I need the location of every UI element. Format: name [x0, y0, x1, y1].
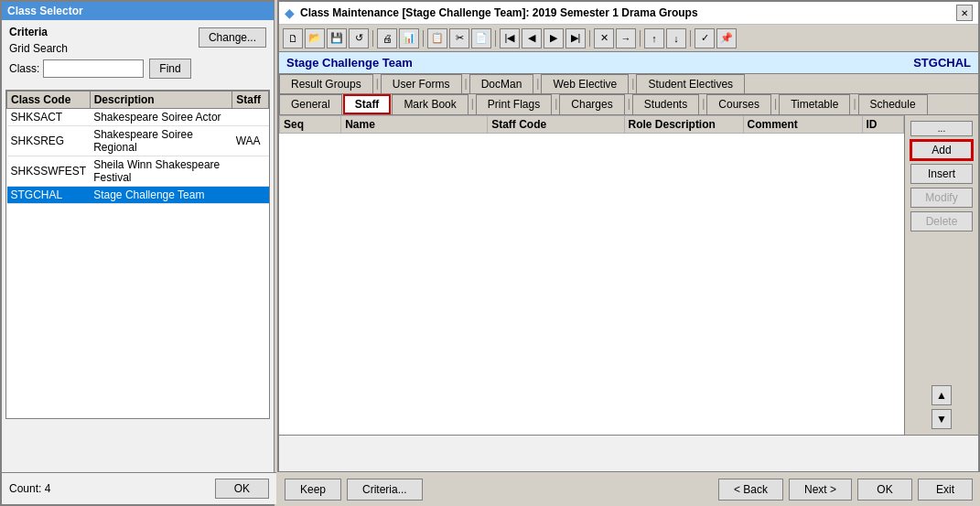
toolbar-transfer[interactable]: →: [616, 28, 636, 48]
keep-button[interactable]: Keep: [285, 479, 341, 501]
toolbar: 🗋 📂 💾 ↺ 🖨 📊 📋 ✂ 📄 |◀ ◀ ▶ ▶| ✕ → ↑ ↓ ✓ 📌: [279, 25, 978, 52]
toolbar-save[interactable]: 💾: [327, 28, 347, 48]
toolbar-prev[interactable]: ◀: [522, 28, 542, 48]
toolbar-sep-2: [423, 30, 424, 47]
tab-result-groups[interactable]: Result Groups: [279, 74, 373, 93]
class-maintenance-panel: ◆ Class Maintenance [Stage Challenge Tea…: [277, 0, 980, 506]
ellipsis-button[interactable]: ...: [910, 121, 973, 136]
toolbar-download[interactable]: ↓: [666, 28, 686, 48]
tab-docman[interactable]: DocMan: [469, 74, 534, 93]
class-selector-panel: Class Selector Criteria Grid Search Clas…: [0, 0, 275, 506]
cell-code: SHKSSWFEST: [7, 156, 91, 187]
tab-sep-3: |: [534, 74, 541, 93]
panel-title-text: Class Selector: [7, 5, 83, 17]
criteria-button[interactable]: Criteria...: [347, 479, 423, 501]
move-up-button[interactable]: ▲: [932, 385, 952, 405]
col-name: Name: [341, 116, 488, 134]
insert-button[interactable]: Insert: [910, 164, 973, 184]
ok-button[interactable]: OK: [857, 479, 912, 501]
tab-charges[interactable]: Charges: [559, 94, 624, 114]
toolbar-delete[interactable]: ✕: [594, 28, 614, 48]
toolbar-print[interactable]: 🖨: [377, 28, 397, 48]
tab-general[interactable]: General: [279, 94, 342, 114]
tab-mark-book[interactable]: Mark Book: [392, 94, 468, 114]
class-input[interactable]: [43, 59, 144, 78]
tab-schedule[interactable]: Schedule: [858, 94, 928, 114]
cell-staff: [232, 156, 269, 187]
cell-desc: Sheila Winn Shakespeare Festival: [90, 156, 232, 187]
col-id: ID: [862, 116, 903, 134]
toolbar-pin[interactable]: 📌: [716, 28, 737, 48]
toolbar-first[interactable]: |◀: [500, 28, 520, 48]
grid-search-label: Grid Search: [9, 42, 68, 55]
toolbar-cut[interactable]: ✂: [449, 28, 469, 48]
col-seq: Seq: [280, 116, 341, 134]
toolbar-check[interactable]: ✓: [695, 28, 715, 48]
staff-table: Seq Name Staff Code Role Description Com…: [279, 115, 904, 134]
tab-print-flags[interactable]: Print Flags: [476, 94, 552, 114]
toolbar-sep-1: [372, 30, 373, 47]
cell-staff: WAA: [232, 126, 269, 156]
toolbar-sep-3: [495, 30, 496, 47]
tab-courses[interactable]: Courses: [706, 94, 771, 114]
back-button[interactable]: < Back: [718, 479, 783, 501]
class-table-row[interactable]: SHKSREG Shakespeare Soiree Regional WAA: [7, 126, 269, 156]
cell-code: SHKSREG: [7, 126, 91, 156]
tab-sep-10: |: [851, 94, 857, 114]
record-name: Stage Challenge Team: [286, 56, 413, 70]
toolbar-next-rec[interactable]: ▶: [544, 28, 564, 48]
tab-timetable[interactable]: Timetable: [779, 94, 850, 114]
find-button[interactable]: Find: [149, 59, 190, 79]
move-down-button[interactable]: ▼: [932, 409, 952, 429]
tab-staff[interactable]: Staff: [343, 94, 392, 114]
class-table-row[interactable]: SHKSSWFEST Sheila Winn Shakespeare Festi…: [7, 156, 269, 187]
left-bottom-panel: Count: 4 OK: [2, 472, 276, 504]
tab-sep-9: |: [772, 94, 779, 114]
toolbar-copy-all[interactable]: 📋: [427, 28, 447, 48]
toolbar-last[interactable]: ▶|: [565, 28, 586, 48]
class-table-container: Class Code Description Staff SHKSACT Sha…: [5, 90, 270, 419]
toolbar-copy[interactable]: 📄: [471, 28, 491, 48]
col-header-code: Class Code: [7, 92, 91, 109]
tab-students[interactable]: Students: [632, 94, 699, 114]
tab-sep-5: |: [469, 94, 476, 114]
action-panel: ... Add Insert Modify Delete ▲ ▼: [905, 115, 978, 435]
toolbar-chart[interactable]: 📊: [399, 28, 419, 48]
change-button[interactable]: Change...: [199, 27, 266, 48]
toolbar-upload[interactable]: ↑: [644, 28, 664, 48]
toolbar-new[interactable]: 🗋: [283, 28, 303, 48]
delete-button[interactable]: Delete: [910, 211, 973, 231]
tab-student-electives[interactable]: Student Electives: [636, 74, 745, 93]
criteria-label: Criteria: [9, 26, 191, 38]
next-button[interactable]: Next >: [789, 479, 852, 501]
tab-sep-1: |: [374, 74, 381, 93]
cell-desc: Stage Challenge Team: [90, 187, 232, 204]
tab-web-elective[interactable]: Web Elective: [541, 74, 629, 93]
col-role-desc: Role Description: [624, 116, 743, 134]
maintenance-title-text: Class Maintenance [Stage Challenge Team]…: [300, 6, 698, 19]
col-header-staff: Staff: [232, 92, 269, 109]
toolbar-open[interactable]: 📂: [305, 28, 325, 48]
tab-sep-8: |: [700, 94, 706, 114]
class-table-row[interactable]: SHKSACT Shakespeare Soiree Actor: [7, 109, 269, 126]
class-table-row[interactable]: STGCHAL Stage Challenge Team: [7, 187, 269, 204]
modify-button[interactable]: Modify: [910, 188, 973, 208]
tab-sep-6: |: [553, 94, 559, 114]
exit-button[interactable]: Exit: [918, 479, 973, 501]
tab-user-forms[interactable]: User Forms: [381, 74, 462, 93]
maintenance-title-bar: ◆ Class Maintenance [Stage Challenge Tea…: [279, 2, 978, 25]
close-button[interactable]: ✕: [956, 5, 973, 21]
tab-sep-4: |: [630, 74, 636, 93]
class-field-label: Class:: [9, 62, 39, 75]
col-header-desc: Description: [90, 92, 232, 109]
staff-grid: Seq Name Staff Code Role Description Com…: [279, 115, 905, 435]
ok-button-left[interactable]: OK: [215, 479, 269, 499]
class-selector-title: Class Selector: [2, 2, 274, 20]
toolbar-refresh[interactable]: ↺: [349, 28, 369, 48]
record-header: Stage Challenge Team STGCHAL: [279, 52, 978, 74]
tab-sep-7: |: [626, 94, 632, 114]
cell-staff: [232, 109, 269, 126]
cell-staff: [232, 187, 269, 204]
add-button[interactable]: Add: [910, 140, 973, 160]
toolbar-sep-6: [690, 30, 691, 47]
